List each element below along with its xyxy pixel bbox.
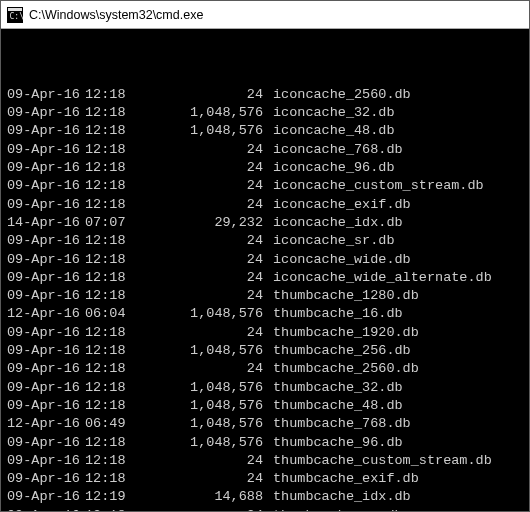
file-name: iconcache_768.db: [263, 142, 403, 157]
file-date: 09-Apr-16: [7, 141, 85, 159]
file-size: 24: [139, 452, 263, 470]
file-size: 24: [139, 177, 263, 195]
file-date: 09-Apr-16: [7, 232, 85, 250]
file-size: 24: [139, 159, 263, 177]
file-time: 12:18: [85, 104, 139, 122]
file-time: 12:18: [85, 251, 139, 269]
file-date: 09-Apr-16: [7, 86, 85, 104]
file-size: 1,048,576: [139, 122, 263, 140]
file-time: 12:18: [85, 232, 139, 250]
file-row: 09-Apr-1612:181,048,576iconcache_48.db: [7, 122, 523, 140]
console-output[interactable]: 09-Apr-1612:1824iconcache_2560.db09-Apr-…: [1, 29, 529, 511]
file-name: iconcache_48.db: [263, 123, 395, 138]
file-row: 09-Apr-1612:181,048,576thumbcache_48.db: [7, 397, 523, 415]
file-size: 24: [139, 196, 263, 214]
file-time: 12:18: [85, 507, 139, 511]
window-title: C:\Windows\system32\cmd.exe: [29, 8, 203, 22]
file-time: 12:19: [85, 488, 139, 506]
file-name: thumbcache_96.db: [263, 435, 403, 450]
file-time: 07:07: [85, 214, 139, 232]
file-time: 12:18: [85, 287, 139, 305]
file-row: 09-Apr-1612:1824iconcache_wide.db: [7, 251, 523, 269]
file-size: 24: [139, 232, 263, 250]
file-date: 09-Apr-16: [7, 470, 85, 488]
file-date: 09-Apr-16: [7, 269, 85, 287]
file-date: 09-Apr-16: [7, 507, 85, 511]
file-date: 12-Apr-16: [7, 305, 85, 323]
file-row: 09-Apr-1612:1824iconcache_exif.db: [7, 196, 523, 214]
file-size: 24: [139, 141, 263, 159]
file-row: 09-Apr-1612:1824iconcache_custom_stream.…: [7, 177, 523, 195]
file-date: 09-Apr-16: [7, 251, 85, 269]
file-row: 09-Apr-1612:1824thumbcache_1280.db: [7, 287, 523, 305]
file-name: thumbcache_1920.db: [263, 325, 419, 340]
file-time: 12:18: [85, 177, 139, 195]
file-time: 12:18: [85, 196, 139, 214]
file-row: 12-Apr-1606:491,048,576thumbcache_768.db: [7, 415, 523, 433]
file-row: 09-Apr-1612:1824thumbcache_1920.db: [7, 324, 523, 342]
file-name: thumbcache_custom_stream.db: [263, 453, 492, 468]
file-time: 12:18: [85, 470, 139, 488]
file-row: 09-Apr-1612:1914,688thumbcache_idx.db: [7, 488, 523, 506]
file-date: 09-Apr-16: [7, 434, 85, 452]
file-size: 1,048,576: [139, 397, 263, 415]
file-row: 09-Apr-1612:181,048,576thumbcache_256.db: [7, 342, 523, 360]
file-time: 12:18: [85, 141, 139, 159]
file-size: 24: [139, 287, 263, 305]
file-row: 09-Apr-1612:1824iconcache_768.db: [7, 141, 523, 159]
svg-text:C:\: C:\: [10, 12, 24, 21]
file-size: 1,048,576: [139, 434, 263, 452]
file-size: 1,048,576: [139, 342, 263, 360]
file-time: 12:18: [85, 324, 139, 342]
file-row: 09-Apr-1612:1824iconcache_sr.db: [7, 232, 523, 250]
file-date: 14-Apr-16: [7, 214, 85, 232]
file-time: 12:18: [85, 379, 139, 397]
file-name: iconcache_sr.db: [263, 233, 395, 248]
file-row: 09-Apr-1612:1824iconcache_wide_alternate…: [7, 269, 523, 287]
file-row: 09-Apr-1612:1824thumbcache_custom_stream…: [7, 452, 523, 470]
file-date: 09-Apr-16: [7, 196, 85, 214]
file-date: 09-Apr-16: [7, 104, 85, 122]
file-time: 06:49: [85, 415, 139, 433]
file-row: 09-Apr-1612:1824iconcache_96.db: [7, 159, 523, 177]
file-name: thumbcache_768.db: [263, 416, 411, 431]
file-size: 29,232: [139, 214, 263, 232]
file-time: 12:18: [85, 397, 139, 415]
file-size: 24: [139, 507, 263, 511]
file-date: 09-Apr-16: [7, 342, 85, 360]
file-size: 24: [139, 86, 263, 104]
file-name: thumbcache_16.db: [263, 306, 403, 321]
file-size: 1,048,576: [139, 379, 263, 397]
file-date: 09-Apr-16: [7, 122, 85, 140]
file-time: 12:18: [85, 86, 139, 104]
file-row: 09-Apr-1612:1824thumbcache_sr.db: [7, 507, 523, 511]
file-name: thumbcache_sr.db: [263, 508, 403, 511]
file-name: iconcache_2560.db: [263, 87, 411, 102]
svg-rect-1: [8, 8, 22, 11]
file-name: thumbcache_32.db: [263, 380, 403, 395]
cmd-icon: C:\: [7, 7, 23, 23]
file-name: iconcache_wide_alternate.db: [263, 270, 492, 285]
file-name: thumbcache_1280.db: [263, 288, 419, 303]
file-name: iconcache_wide.db: [263, 252, 411, 267]
file-name: iconcache_exif.db: [263, 197, 411, 212]
file-size: 24: [139, 251, 263, 269]
file-row: 09-Apr-1612:181,048,576thumbcache_32.db: [7, 379, 523, 397]
file-time: 12:18: [85, 342, 139, 360]
file-date: 09-Apr-16: [7, 488, 85, 506]
file-name: thumbcache_48.db: [263, 398, 403, 413]
file-size: 24: [139, 360, 263, 378]
file-date: 12-Apr-16: [7, 415, 85, 433]
file-row: 09-Apr-1612:181,048,576thumbcache_96.db: [7, 434, 523, 452]
file-name: iconcache_96.db: [263, 160, 395, 175]
cmd-window: C:\ C:\Windows\system32\cmd.exe 09-Apr-1…: [0, 0, 530, 512]
file-size: 14,688: [139, 488, 263, 506]
file-size: 24: [139, 470, 263, 488]
file-name: thumbcache_idx.db: [263, 489, 411, 504]
file-time: 12:18: [85, 122, 139, 140]
file-size: 1,048,576: [139, 415, 263, 433]
file-time: 06:04: [85, 305, 139, 323]
titlebar[interactable]: C:\ C:\Windows\system32\cmd.exe: [1, 1, 529, 29]
file-size: 24: [139, 324, 263, 342]
file-row: 09-Apr-1612:181,048,576iconcache_32.db: [7, 104, 523, 122]
